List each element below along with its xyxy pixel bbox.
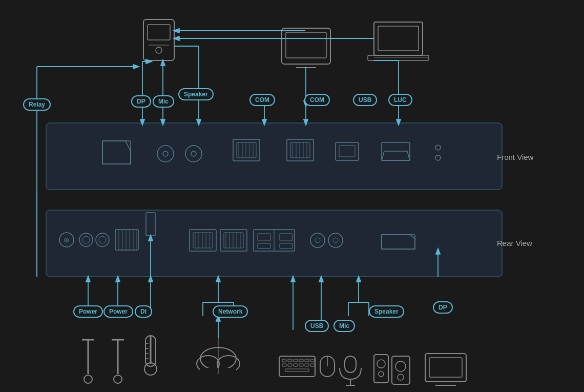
svg-text:⊕: ⊕ xyxy=(64,236,70,244)
dp-front-label: DP xyxy=(131,95,151,108)
svg-rect-155 xyxy=(345,356,356,373)
usb-rear-label: USB xyxy=(305,320,329,332)
speaker-rear-label: Speaker xyxy=(369,305,404,318)
svg-point-159 xyxy=(377,360,385,368)
svg-rect-150 xyxy=(305,364,309,366)
power2-label: Power xyxy=(103,305,133,318)
svg-point-122 xyxy=(84,375,92,383)
diagram-container: Front View ⊕ xyxy=(0,0,584,392)
svg-point-160 xyxy=(379,372,384,377)
mic-front-label: Mic xyxy=(153,95,174,108)
com2-label: COM xyxy=(304,94,330,106)
svg-rect-146 xyxy=(282,364,286,366)
mic-rear-label: Mic xyxy=(333,320,355,332)
svg-rect-142 xyxy=(294,359,298,362)
main-diagram: Front View ⊕ xyxy=(0,0,584,392)
relay-label: Relay xyxy=(23,98,51,111)
svg-rect-145 xyxy=(310,359,315,362)
svg-rect-74 xyxy=(282,28,330,64)
svg-point-72 xyxy=(156,47,162,53)
svg-rect-149 xyxy=(299,364,303,366)
svg-text:Rear View: Rear View xyxy=(497,239,532,247)
svg-rect-0 xyxy=(46,123,502,190)
svg-point-125 xyxy=(114,375,122,383)
svg-rect-147 xyxy=(288,364,292,366)
svg-rect-143 xyxy=(299,359,303,362)
luc-label: LUC xyxy=(388,94,412,106)
svg-rect-140 xyxy=(282,359,286,362)
network-label: Network xyxy=(213,305,248,318)
svg-rect-80 xyxy=(368,55,429,60)
svg-rect-165 xyxy=(429,358,462,377)
dp-rear-label: DP xyxy=(433,301,453,314)
usb-front-label: USB xyxy=(353,94,377,106)
svg-rect-144 xyxy=(305,359,309,362)
svg-rect-71 xyxy=(148,25,170,40)
svg-point-163 xyxy=(398,374,404,380)
svg-rect-141 xyxy=(288,359,292,362)
svg-rect-148 xyxy=(294,364,298,366)
power1-label: Power xyxy=(73,305,103,318)
di-label: DI xyxy=(135,305,152,318)
svg-text:Front View: Front View xyxy=(497,153,534,161)
speaker-front-label: Speaker xyxy=(178,88,214,100)
svg-point-162 xyxy=(395,361,406,372)
svg-rect-152 xyxy=(285,369,309,372)
svg-rect-79 xyxy=(378,26,419,51)
svg-rect-75 xyxy=(286,32,326,58)
svg-point-127 xyxy=(144,363,157,375)
com1-label: COM xyxy=(249,94,275,106)
svg-rect-151 xyxy=(310,364,315,366)
svg-rect-158 xyxy=(374,355,388,383)
